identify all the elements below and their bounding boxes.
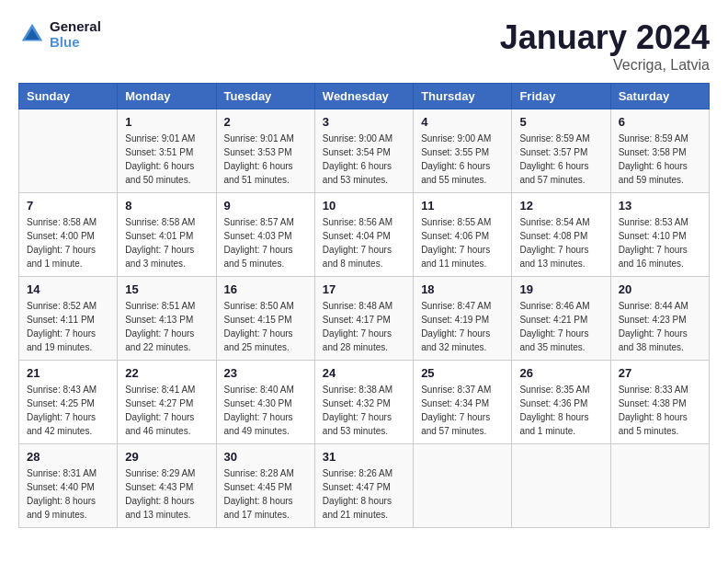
- day-number: 13: [619, 199, 701, 213]
- day-number: 3: [323, 115, 405, 129]
- title-block: January 2024 Vecriga, Latvia: [500, 18, 710, 74]
- day-number: 18: [421, 282, 504, 296]
- calendar-cell: 10Sunrise: 8:56 AMSunset: 4:04 PMDayligh…: [314, 193, 413, 277]
- day-info: Sunrise: 8:31 AMSunset: 4:40 PMDaylight:…: [27, 466, 109, 522]
- day-number: 15: [125, 282, 208, 296]
- calendar-cell: 14Sunrise: 8:52 AMSunset: 4:11 PMDayligh…: [19, 277, 118, 361]
- day-info: Sunrise: 8:46 AMSunset: 4:21 PMDaylight:…: [519, 299, 602, 354]
- calendar-cell: 1Sunrise: 9:01 AMSunset: 3:51 PMDaylight…: [118, 109, 216, 193]
- logo-text: General Blue: [50, 18, 101, 50]
- day-number: 6: [619, 115, 701, 129]
- calendar-cell: 30Sunrise: 8:28 AMSunset: 4:45 PMDayligh…: [216, 444, 314, 528]
- day-number: 19: [519, 282, 602, 296]
- day-info: Sunrise: 8:41 AMSunset: 4:27 PMDaylight:…: [125, 383, 208, 438]
- calendar-cell: 16Sunrise: 8:50 AMSunset: 4:15 PMDayligh…: [216, 277, 314, 361]
- calendar-cell: 23Sunrise: 8:40 AMSunset: 4:30 PMDayligh…: [216, 361, 314, 444]
- day-number: 17: [323, 282, 405, 296]
- calendar-cell: 24Sunrise: 8:38 AMSunset: 4:32 PMDayligh…: [314, 361, 413, 444]
- day-info: Sunrise: 8:50 AMSunset: 4:15 PMDaylight:…: [224, 299, 307, 354]
- calendar-cell: 20Sunrise: 8:44 AMSunset: 4:23 PMDayligh…: [610, 277, 709, 361]
- weekday-header-thursday: Thursday: [414, 84, 512, 109]
- day-info: Sunrise: 8:51 AMSunset: 4:13 PMDaylight:…: [125, 299, 208, 354]
- day-number: 4: [421, 115, 504, 129]
- day-info: Sunrise: 8:40 AMSunset: 4:30 PMDaylight:…: [224, 383, 307, 438]
- day-number: 1: [125, 115, 208, 129]
- logo: General Blue: [18, 18, 101, 50]
- day-number: 11: [421, 199, 504, 213]
- day-info: Sunrise: 9:00 AMSunset: 3:54 PMDaylight:…: [323, 132, 405, 187]
- calendar-cell: [414, 444, 512, 528]
- day-number: 8: [125, 199, 208, 213]
- calendar-week-4: 21Sunrise: 8:43 AMSunset: 4:25 PMDayligh…: [19, 361, 710, 444]
- logo-icon: [18, 20, 46, 48]
- calendar-body: 1Sunrise: 9:01 AMSunset: 3:51 PMDaylight…: [19, 109, 710, 528]
- calendar-week-1: 1Sunrise: 9:01 AMSunset: 3:51 PMDaylight…: [19, 109, 710, 193]
- day-info: Sunrise: 8:57 AMSunset: 4:03 PMDaylight:…: [224, 215, 307, 270]
- calendar-cell: [512, 444, 610, 528]
- calendar-cell: 28Sunrise: 8:31 AMSunset: 4:40 PMDayligh…: [19, 444, 118, 528]
- calendar-cell: 22Sunrise: 8:41 AMSunset: 4:27 PMDayligh…: [118, 361, 216, 444]
- weekday-header-sunday: Sunday: [19, 84, 118, 109]
- day-number: 30: [224, 450, 307, 464]
- day-info: Sunrise: 8:59 AMSunset: 3:57 PMDaylight:…: [519, 132, 602, 187]
- calendar-cell: 13Sunrise: 8:53 AMSunset: 4:10 PMDayligh…: [610, 193, 709, 277]
- weekday-header-wednesday: Wednesday: [314, 84, 413, 109]
- page-header: General Blue January 2024 Vecriga, Latvi…: [18, 18, 710, 74]
- day-number: 14: [27, 282, 109, 296]
- day-number: 26: [519, 366, 602, 380]
- day-number: 28: [27, 450, 109, 464]
- day-info: Sunrise: 8:38 AMSunset: 4:32 PMDaylight:…: [323, 383, 405, 438]
- day-info: Sunrise: 9:01 AMSunset: 3:51 PMDaylight:…: [125, 132, 208, 187]
- day-info: Sunrise: 8:58 AMSunset: 4:01 PMDaylight:…: [125, 215, 208, 270]
- calendar-cell: 7Sunrise: 8:58 AMSunset: 4:00 PMDaylight…: [19, 193, 118, 277]
- day-number: 24: [323, 366, 405, 380]
- day-info: Sunrise: 8:37 AMSunset: 4:34 PMDaylight:…: [421, 383, 504, 438]
- calendar-cell: 9Sunrise: 8:57 AMSunset: 4:03 PMDaylight…: [216, 193, 314, 277]
- month-title: January 2024: [500, 18, 710, 57]
- day-info: Sunrise: 8:47 AMSunset: 4:19 PMDaylight:…: [421, 299, 504, 354]
- calendar-week-2: 7Sunrise: 8:58 AMSunset: 4:00 PMDaylight…: [19, 193, 710, 277]
- calendar-cell: 6Sunrise: 8:59 AMSunset: 3:58 PMDaylight…: [610, 109, 709, 193]
- day-number: 23: [224, 366, 307, 380]
- calendar-cell: 25Sunrise: 8:37 AMSunset: 4:34 PMDayligh…: [414, 361, 512, 444]
- calendar-cell: 26Sunrise: 8:35 AMSunset: 4:36 PMDayligh…: [512, 361, 610, 444]
- day-number: 5: [519, 115, 602, 129]
- day-number: 20: [619, 282, 701, 296]
- day-info: Sunrise: 8:33 AMSunset: 4:38 PMDaylight:…: [619, 383, 701, 438]
- day-number: 22: [125, 366, 208, 380]
- day-info: Sunrise: 8:26 AMSunset: 4:47 PMDaylight:…: [323, 466, 405, 522]
- calendar-table: SundayMondayTuesdayWednesdayThursdayFrid…: [18, 83, 710, 528]
- day-info: Sunrise: 8:55 AMSunset: 4:06 PMDaylight:…: [421, 215, 504, 270]
- day-number: 31: [323, 450, 405, 464]
- calendar-week-5: 28Sunrise: 8:31 AMSunset: 4:40 PMDayligh…: [19, 444, 710, 528]
- day-number: 29: [125, 450, 208, 464]
- day-info: Sunrise: 8:48 AMSunset: 4:17 PMDaylight:…: [323, 299, 405, 354]
- day-info: Sunrise: 9:01 AMSunset: 3:53 PMDaylight:…: [224, 132, 307, 187]
- day-info: Sunrise: 8:44 AMSunset: 4:23 PMDaylight:…: [619, 299, 701, 354]
- weekday-header-row: SundayMondayTuesdayWednesdayThursdayFrid…: [19, 84, 710, 109]
- day-info: Sunrise: 8:59 AMSunset: 3:58 PMDaylight:…: [619, 132, 701, 187]
- day-info: Sunrise: 8:56 AMSunset: 4:04 PMDaylight:…: [323, 215, 405, 270]
- day-info: Sunrise: 8:58 AMSunset: 4:00 PMDaylight:…: [27, 215, 109, 270]
- calendar-cell: 27Sunrise: 8:33 AMSunset: 4:38 PMDayligh…: [610, 361, 709, 444]
- day-info: Sunrise: 8:53 AMSunset: 4:10 PMDaylight:…: [619, 215, 701, 270]
- calendar-cell: 29Sunrise: 8:29 AMSunset: 4:43 PMDayligh…: [118, 444, 216, 528]
- day-info: Sunrise: 8:35 AMSunset: 4:36 PMDaylight:…: [519, 383, 602, 438]
- day-number: 12: [519, 199, 602, 213]
- day-info: Sunrise: 8:52 AMSunset: 4:11 PMDaylight:…: [27, 299, 109, 354]
- weekday-header-monday: Monday: [118, 84, 216, 109]
- calendar-cell: 5Sunrise: 8:59 AMSunset: 3:57 PMDaylight…: [512, 109, 610, 193]
- calendar-cell: 3Sunrise: 9:00 AMSunset: 3:54 PMDaylight…: [314, 109, 413, 193]
- calendar-cell: 8Sunrise: 8:58 AMSunset: 4:01 PMDaylight…: [118, 193, 216, 277]
- calendar-header: SundayMondayTuesdayWednesdayThursdayFrid…: [19, 84, 710, 109]
- day-number: 9: [224, 199, 307, 213]
- calendar-week-3: 14Sunrise: 8:52 AMSunset: 4:11 PMDayligh…: [19, 277, 710, 361]
- day-number: 2: [224, 115, 307, 129]
- weekday-header-saturday: Saturday: [610, 84, 709, 109]
- day-info: Sunrise: 8:29 AMSunset: 4:43 PMDaylight:…: [125, 466, 208, 522]
- day-number: 27: [619, 366, 701, 380]
- day-number: 16: [224, 282, 307, 296]
- day-number: 21: [27, 366, 109, 380]
- calendar-cell: 18Sunrise: 8:47 AMSunset: 4:19 PMDayligh…: [414, 277, 512, 361]
- calendar-cell: 19Sunrise: 8:46 AMSunset: 4:21 PMDayligh…: [512, 277, 610, 361]
